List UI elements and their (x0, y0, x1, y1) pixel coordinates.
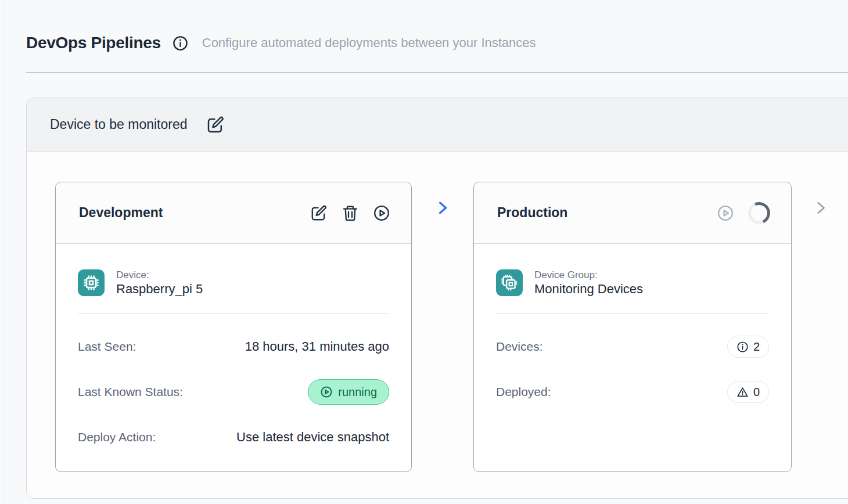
pipeline-stages: Development (27, 152, 848, 499)
page-subtitle: Configure automated deployments between … (202, 35, 536, 51)
development-actions (310, 204, 390, 222)
chip-icon (78, 269, 105, 296)
production-card-header: Production (474, 182, 791, 244)
sidebar-edge-divider (5, 0, 5, 504)
devices-count: 2 (753, 340, 760, 354)
deployed-label: Deployed: (496, 385, 551, 399)
page-header: DevOps Pipelines Configure automated dep… (26, 34, 848, 52)
page-title: DevOps Pipelines (26, 34, 161, 52)
header-divider (26, 72, 848, 73)
pipeline-panel: Device to be monitored Development (26, 98, 848, 499)
pipeline-name: Device to be monitored (50, 117, 188, 132)
last-seen-row: Last Seen: 18 hours, 31 minutes ago (78, 334, 389, 359)
device-group-label: Device Group: (534, 269, 643, 281)
production-card-body: Device Group: Monitoring Devices Devices… (474, 244, 791, 471)
deployed-count-badge[interactable]: 0 (727, 381, 769, 403)
devices-count-badge[interactable]: 2 (727, 336, 769, 358)
run-stage-button-disabled[interactable] (717, 204, 734, 222)
device-name: Raspberry_pi 5 (116, 281, 203, 297)
stage-title-development: Development (79, 205, 310, 221)
stage-card-development: Development (55, 182, 412, 472)
pipeline-edit-button[interactable] (206, 116, 225, 134)
devices-row: Devices: 2 (496, 334, 769, 359)
development-card-body: Device: Raspberry_pi 5 Last Seen: 18 hou… (56, 244, 411, 471)
edit-stage-button[interactable] (310, 204, 328, 222)
pipeline-panel-header: Device to be monitored (27, 98, 848, 152)
play-circle-icon (373, 204, 390, 222)
chevron-right-blue-icon (434, 199, 451, 217)
deployed-count: 0 (753, 386, 760, 399)
last-seen-label: Last Seen: (78, 340, 136, 354)
production-actions (717, 202, 770, 224)
trash-icon (342, 204, 359, 222)
warning-triangle-icon (736, 386, 749, 398)
info-circle-icon[interactable] (173, 35, 188, 51)
last-known-status-row: Last Known Status: running (78, 379, 389, 405)
device-label: Device: (116, 269, 203, 281)
chevron-right-gray-icon (812, 199, 829, 217)
status-badge-label: running (338, 386, 377, 399)
deploy-action-value: Use latest device snapshot (236, 430, 389, 445)
card-divider (496, 314, 769, 314)
device-row[interactable]: Device: Raspberry_pi 5 (78, 269, 389, 296)
deployed-row: Deployed: 0 (496, 379, 769, 405)
pipeline-next-button[interactable] (792, 199, 848, 217)
run-stage-button[interactable] (373, 204, 390, 222)
status-badge: running (308, 379, 389, 405)
device-group-name: Monitoring Devices (534, 281, 643, 297)
devices-label: Devices: (496, 340, 543, 354)
play-circle-icon (717, 204, 734, 222)
info-circle-icon (736, 341, 749, 353)
device-group-row[interactable]: Device Group: Monitoring Devices (496, 269, 769, 296)
deploy-action-row: Deploy Action: Use latest device snapsho… (78, 424, 389, 450)
stage-title-production: Production (497, 205, 717, 221)
edit-pencil-square-icon (310, 204, 328, 222)
development-card-header: Development (56, 182, 411, 244)
last-known-status-label: Last Known Status: (78, 385, 183, 399)
edit-pencil-square-icon (206, 116, 225, 134)
last-seen-value: 18 hours, 31 minutes ago (245, 339, 389, 354)
play-circle-icon (320, 386, 333, 398)
deploy-action-label: Deploy Action: (78, 430, 156, 444)
card-divider (78, 314, 389, 314)
loading-spinner (745, 199, 774, 227)
pipeline-flow-arrow (412, 199, 473, 217)
delete-stage-button[interactable] (342, 204, 359, 222)
stage-card-production: Production (473, 182, 792, 472)
chip-group-icon (496, 269, 523, 296)
